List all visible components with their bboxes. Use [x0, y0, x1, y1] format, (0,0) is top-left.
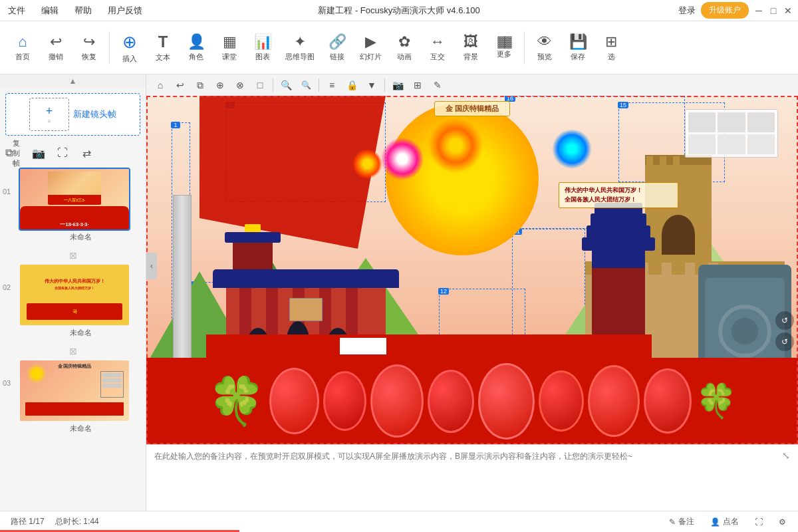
tool-insert-label: 插入 [122, 54, 137, 64]
slide-thumb-wrapper-2: 伟大的中华人民共和国万岁！ 全国各族人民大团结万岁！ 국 未命名 [19, 263, 143, 338]
tiananmen-roof [213, 269, 399, 288]
tool-select[interactable]: ⊞ 选 [595, 31, 627, 65]
divider-icon-2: ⊠ [69, 346, 77, 356]
insert-icon: ⊕ [122, 32, 137, 53]
menu-help[interactable]: 帮助 [72, 2, 94, 19]
canvas-content[interactable]: 金 国庆特辑精品 伟大的中华人民共和国万岁！ 全国各族人民大团结万岁！ [146, 96, 798, 444]
fullscreen-status-icon: ⛶ [755, 517, 763, 527]
tool-slideshow[interactable]: ▶ 幻灯片 [354, 31, 387, 65]
tool-animation[interactable]: ✿ 动画 [388, 31, 420, 65]
minimize-button[interactable]: ─ [754, 6, 763, 15]
home-icon: ⌂ [18, 33, 27, 51]
canvas-lock-button[interactable]: 🔒 [343, 76, 360, 94]
copy-label: 复制帧 [13, 138, 24, 168]
background-icon: 🖼 [464, 33, 478, 51]
tool-text[interactable]: T 文本 [147, 30, 179, 65]
camera-button[interactable]: 📷 [29, 144, 48, 162]
scroll-up-button[interactable]: ▲ [0, 74, 146, 88]
tool-home[interactable]: ⌂ 首页 [7, 31, 39, 65]
canvas-dropdown-button[interactable]: ▼ [363, 76, 380, 94]
more-icon: ▓▓ [497, 36, 510, 48]
tool-background[interactable]: 🖼 背景 [455, 31, 487, 65]
fullscreen-button[interactable]: ⛶ [53, 144, 72, 162]
notes-expand-button[interactable]: ⤡ [782, 450, 790, 461]
tool-mindmap[interactable]: ✦ 思维导图 [280, 31, 320, 65]
slide-item-3[interactable]: 03 金 国庆特辑精品 [3, 359, 143, 434]
canvas-toolbar-divider-2 [319, 78, 319, 92]
tool-link-label: 链接 [330, 52, 344, 62]
restore-button[interactable]: □ [769, 6, 778, 15]
tool-redo[interactable]: ↪ 恢复 [73, 31, 105, 65]
red-scrolls-row: 🍀 🍀 [146, 358, 798, 444]
canvas-zoomout-button[interactable]: 🔍 [297, 76, 315, 94]
fullscreen-status-button[interactable]: ⛶ [751, 516, 767, 528]
camera-icon: 📷 [32, 147, 45, 160]
red-platform [206, 334, 652, 358]
tool-chart[interactable]: 📊 图表 [247, 31, 279, 65]
fullscreen-icon: ⛶ [57, 147, 68, 159]
slide-thumbnail-2[interactable]: 伟大的中华人民共和国万岁！ 全国各族人民大团结万岁！ 국 [19, 263, 130, 327]
points-button[interactable]: 👤 点名 [706, 515, 743, 529]
tool-animation-label: 动画 [397, 52, 412, 62]
notes-input[interactable] [154, 450, 782, 505]
panel-actions: ⧉ 复制帧 📷 ⛶ ⇄ [0, 141, 146, 165]
tool-home-label: 首页 [15, 52, 30, 62]
slide-item-1[interactable]: 01 一八百3三3· 一18·63·3·3· [3, 168, 143, 242]
canvas-home-button[interactable]: ⌂ [152, 76, 169, 94]
tool-interact[interactable]: ↔ 互交 [422, 31, 454, 65]
scene-background: 金 国庆特辑精品 伟大的中华人民共和国万岁！ 全国各族人民大团结万岁！ [146, 96, 798, 444]
close-button[interactable]: ✕ [783, 6, 793, 15]
canvas-zoomin-button[interactable]: 🔍 [277, 76, 295, 94]
new-frame-button[interactable]: + ≡ 新建镜头帧 [5, 93, 140, 136]
menu-edit[interactable]: 编辑 [39, 2, 61, 19]
slide-name-2: 未命名 [19, 328, 143, 338]
interact-icon: ↔ [430, 33, 445, 51]
slide-list: 01 一八百3三3· 一18·63·3·3· [0, 165, 146, 511]
tool-save[interactable]: 💾 保存 [562, 31, 594, 65]
notes-button[interactable]: ✎ 备注 [665, 515, 698, 529]
settings-status-button[interactable]: ⚙ [775, 516, 790, 528]
canvas-camera-button[interactable]: 📷 [389, 76, 406, 94]
tool-more[interactable]: ▓▓ 更多 [488, 33, 520, 62]
upgrade-button[interactable]: 升级账户 [701, 2, 749, 19]
tool-classroom[interactable]: ▦ 课堂 [213, 31, 245, 65]
canvas-copy-button[interactable]: ⧉ [192, 76, 209, 94]
canvas-toolbar-divider-3 [384, 78, 385, 92]
character-icon: 👤 [188, 33, 205, 51]
tool-slideshow-label: 幻灯片 [360, 52, 382, 62]
collapse-panel-button[interactable]: ‹ [146, 253, 157, 279]
points-label: 点名 [723, 516, 739, 527]
login-button[interactable]: 登录 [678, 5, 696, 17]
canvas-grid-button[interactable]: ⊞ [409, 76, 426, 94]
canvas-undo-button[interactable]: ↩ [172, 76, 189, 94]
canvas-area: ⌂ ↩ ⧉ ⊕ ⊗ □ 🔍 🔍 ≡ 🔒 ▼ 📷 ⊞ ✎ [146, 74, 798, 511]
menu-file[interactable]: 文件 [5, 2, 28, 19]
tool-link[interactable]: 🔗 链接 [321, 31, 353, 65]
tool-save-label: 保存 [571, 52, 585, 62]
tool-preview-label: 预览 [537, 52, 552, 62]
select-icon: ⊞ [605, 33, 617, 51]
tool-preview[interactable]: 👁 预览 [529, 31, 561, 65]
copy-icon: ⧉ [5, 147, 13, 159]
tiananmen-tower-roof [225, 232, 281, 243]
tool-insert[interactable]: ⊕ 插入 [114, 29, 146, 66]
tool-character[interactable]: 👤 角色 [180, 31, 212, 65]
canvas-list-button[interactable]: ≡ [323, 76, 340, 94]
canvas-frame-button[interactable]: □ [251, 76, 269, 94]
slide-number-2: 02 [3, 263, 15, 291]
tool-undo-label: 撤销 [49, 52, 63, 62]
swap-button[interactable]: ⇄ [77, 144, 96, 162]
slide-thumbnail-1[interactable]: 一八百3三3· 一18·63·3·3· [19, 168, 130, 231]
new-frame-label: 新建镜头帧 [73, 108, 116, 120]
canvas-delete-button[interactable]: ⊗ [231, 76, 249, 94]
menu-feedback[interactable]: 用户反馈 [105, 2, 145, 19]
canvas-pen-button[interactable]: ✎ [429, 76, 446, 94]
tool-undo[interactable]: ↩ 撤销 [40, 31, 72, 65]
save-icon: 💾 [569, 33, 587, 51]
copy-frame-button[interactable]: ⧉ 复制帧 [5, 144, 24, 162]
slide-thumbnail-3[interactable]: 金 国庆特辑精品 [19, 359, 130, 422]
slide-name-1: 未命名 [19, 232, 143, 242]
slide-item-2[interactable]: 02 伟大的中华人民共和国万岁！ 全国各族人民大团结万岁！ 국 [3, 263, 143, 338]
canvas-add-button[interactable]: ⊕ [211, 76, 229, 94]
settings-icon: ⚙ [779, 517, 786, 527]
